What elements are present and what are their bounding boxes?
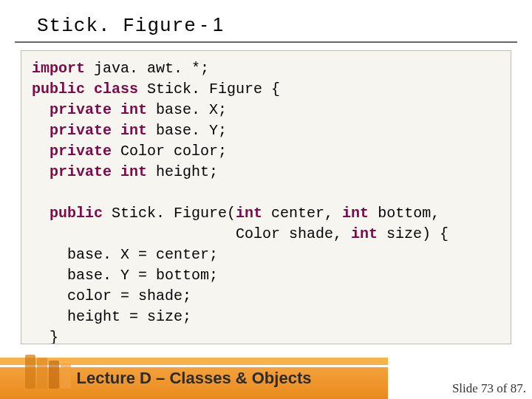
code-text: height = size;: [32, 308, 191, 325]
kw-public: public: [32, 81, 85, 98]
code-text: height;: [147, 163, 218, 180]
code-text: [32, 163, 50, 180]
code-text: [112, 163, 120, 180]
slide-total: 87: [511, 381, 523, 395]
code-text: [112, 101, 120, 118]
svg-rect-0: [25, 355, 35, 389]
code-text: Stick. Figure(: [103, 205, 236, 222]
kw-int: int: [351, 225, 378, 242]
code-text: base. Y = bottom;: [32, 267, 218, 284]
kw-private: private: [50, 143, 112, 160]
kw-class: class: [94, 81, 138, 98]
code-text: }: [32, 329, 58, 344]
code-text: center,: [262, 205, 342, 222]
code-text: base. X = center;: [32, 246, 218, 263]
kw-int: int: [120, 122, 147, 139]
slide-of: of: [494, 381, 511, 395]
kw-int: int: [120, 101, 147, 118]
code-text: [85, 81, 94, 98]
title-suffix: - 1: [201, 13, 223, 35]
code-text: size) {: [378, 225, 449, 242]
kw-int: int: [120, 163, 147, 180]
code-text: [32, 101, 50, 118]
code-text: Color shade,: [32, 225, 351, 242]
code-block: import java. awt. *; public class Stick.…: [21, 50, 511, 344]
code-text: bottom,: [369, 205, 440, 222]
slide-title: Stick. Figure- 1: [15, 0, 517, 43]
kw-public: public: [50, 205, 103, 222]
svg-rect-1: [37, 358, 47, 389]
slide-suffix: .: [523, 381, 526, 395]
kw-private: private: [50, 101, 112, 118]
kw-import: import: [32, 60, 85, 77]
footer-right: Slide 73 of 87.: [388, 358, 532, 399]
code-text: Stick. Figure {: [138, 81, 280, 98]
title-code: Stick. Figure: [37, 15, 197, 37]
kw-private: private: [50, 122, 112, 139]
footer-decoration-icon: [21, 353, 80, 390]
code-text: [32, 122, 50, 139]
code-text: [32, 205, 50, 222]
slide-current: 73: [481, 381, 494, 395]
code-text: base. X;: [147, 101, 227, 118]
svg-rect-3: [61, 364, 71, 389]
kw-int: int: [342, 205, 369, 222]
lecture-title: Lecture D – Classes & Objects: [77, 369, 312, 388]
code-text: Color color;: [112, 143, 227, 160]
slide-prefix: Slide: [452, 381, 481, 395]
code-text: [112, 122, 120, 139]
svg-rect-2: [49, 361, 59, 389]
code-text: base. Y;: [147, 122, 227, 139]
code-text: [32, 143, 50, 160]
slide-counter: Slide 73 of 87.: [452, 381, 526, 396]
footer-left: Lecture D – Classes & Objects: [0, 358, 388, 399]
kw-private: private: [50, 163, 112, 180]
kw-int: int: [236, 205, 262, 222]
code-text: java. awt. *;: [85, 60, 209, 77]
code-text: color = shade;: [32, 287, 191, 304]
footer: Lecture D – Classes & Objects Slide 73 o…: [0, 358, 532, 399]
